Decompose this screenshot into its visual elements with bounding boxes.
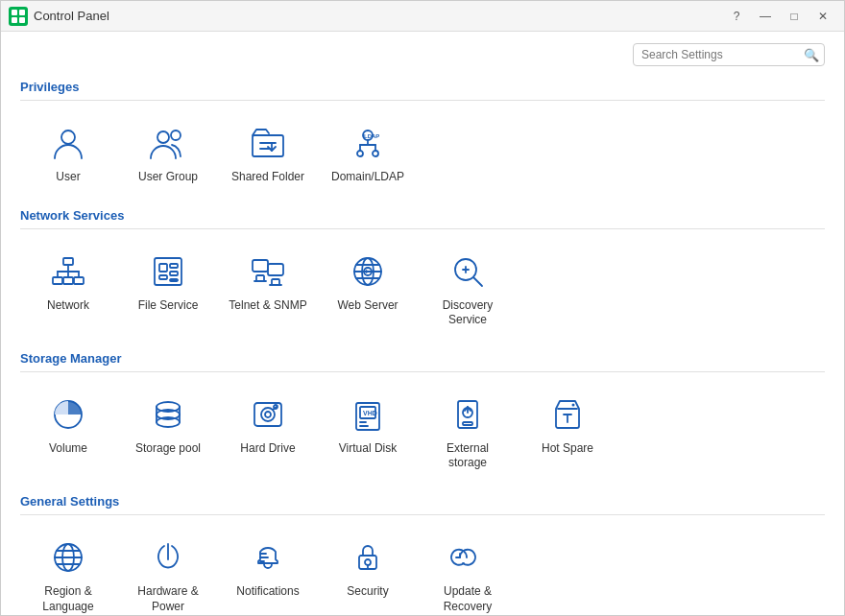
section-label-general-settings: General Settings	[20, 494, 825, 509]
svg-point-6	[157, 131, 169, 143]
network-icon	[47, 250, 89, 293]
item-virtual-disk-label: Virtual Disk	[339, 441, 397, 457]
item-discovery-service[interactable]: Discovery Service	[420, 241, 516, 338]
item-telnet-snmp-label: Telnet & SNMP	[229, 298, 306, 314]
volume-icon	[47, 393, 89, 436]
svg-point-5	[61, 130, 75, 144]
item-web-server[interactable]: Web Server	[320, 241, 416, 338]
titlebar: Control Panel ? — □ ✕	[1, 1, 844, 32]
svg-rect-22	[74, 277, 84, 284]
svg-rect-31	[170, 264, 178, 268]
svg-rect-0	[9, 7, 28, 26]
search-icon: 🔍	[804, 48, 819, 62]
item-update-recovery[interactable]: Update & Recovery	[420, 527, 516, 616]
section-grid-privileges: User User Group Shared Folder	[20, 112, 825, 195]
section-label-network-services: Network Services	[20, 208, 825, 223]
section-divider-network-services	[20, 228, 825, 229]
item-hot-spare[interactable]: Hot Spare	[519, 384, 616, 481]
storage-pool-icon	[147, 393, 189, 436]
close-button[interactable]: ✕	[809, 6, 836, 27]
item-user-group-label: User Group	[138, 170, 198, 185]
item-user-group[interactable]: User Group	[120, 112, 216, 195]
minimize-button[interactable]: —	[752, 6, 779, 27]
svg-rect-66	[458, 401, 477, 428]
svg-rect-32	[170, 272, 178, 275]
svg-point-73	[572, 403, 575, 406]
section-grid-network-services: Network File Service Telnet &	[20, 241, 825, 338]
item-network-label: Network	[47, 298, 89, 314]
item-file-service[interactable]: File Service	[120, 241, 216, 338]
item-storage-pool[interactable]: Storage pool	[120, 384, 216, 481]
item-hardware-power[interactable]: Hardware & Power	[120, 527, 216, 616]
svg-text:VHD: VHD	[363, 410, 377, 416]
svg-text:LDAP: LDAP	[364, 133, 379, 139]
hardware-power-icon	[147, 536, 189, 579]
item-external-storage[interactable]: External storage	[420, 384, 516, 481]
user-icon	[47, 122, 89, 164]
item-security-label: Security	[347, 584, 388, 600]
item-hard-drive-label: Hard Drive	[240, 441, 295, 457]
item-notifications-label: Notifications	[236, 584, 299, 600]
item-region-language-label: Region & Language	[28, 584, 109, 614]
svg-point-17	[373, 151, 378, 156]
item-telnet-snmp[interactable]: Telnet & SNMP	[220, 241, 316, 338]
item-update-recovery-label: Update & Recovery	[427, 584, 508, 614]
svg-rect-69	[463, 422, 472, 425]
search-bar-row: 🔍	[20, 43, 825, 66]
svg-rect-1	[12, 10, 17, 15]
update-recovery-icon	[447, 536, 489, 579]
svg-rect-29	[159, 264, 167, 272]
shared-folder-icon	[247, 122, 289, 164]
titlebar-buttons: ? — □ ✕	[723, 6, 836, 27]
section-grid-storage-manager: Volume Storage pool Hard Drive	[20, 384, 825, 481]
item-hardware-power-label: Hardware & Power	[128, 584, 208, 614]
maximize-button[interactable]: □	[781, 6, 808, 27]
discovery-service-icon	[447, 250, 489, 293]
svg-rect-34	[253, 260, 268, 272]
item-domain-ldap-label: Domain/LDAP	[331, 170, 404, 185]
notifications-icon	[247, 536, 289, 579]
item-hard-drive[interactable]: Hard Drive	[220, 384, 316, 481]
app-logo-icon	[9, 7, 28, 26]
svg-rect-8	[253, 135, 283, 156]
domain-ldap-icon: LDAP	[347, 122, 389, 164]
svg-rect-21	[63, 277, 73, 284]
svg-rect-20	[53, 277, 62, 284]
item-shared-folder[interactable]: Shared Folder	[220, 112, 316, 195]
item-storage-pool-label: Storage pool	[135, 441, 201, 457]
svg-line-45	[473, 277, 482, 286]
svg-rect-30	[159, 275, 167, 279]
hot-spare-icon	[546, 393, 589, 436]
svg-rect-37	[268, 264, 283, 275]
search-input[interactable]	[633, 43, 825, 66]
item-region-language[interactable]: Region & Language	[20, 527, 116, 616]
virtual-disk-icon: VHD	[347, 393, 389, 436]
item-virtual-disk[interactable]: VHD Virtual Disk	[320, 384, 416, 481]
external-storage-icon	[447, 393, 489, 436]
section-divider-storage-manager	[20, 371, 825, 372]
item-security[interactable]: Security	[320, 527, 416, 616]
help-button[interactable]: ?	[723, 6, 750, 27]
window-title: Control Panel	[34, 9, 109, 23]
item-file-service-label: File Service	[138, 298, 199, 314]
item-volume-label: Volume	[49, 441, 87, 457]
region-language-icon	[47, 536, 89, 579]
svg-point-7	[171, 130, 181, 140]
security-icon	[347, 536, 389, 579]
svg-point-16	[357, 151, 363, 156]
section-label-privileges: Privileges	[20, 80, 825, 94]
svg-rect-3	[12, 17, 17, 23]
section-divider-privileges	[20, 100, 825, 101]
search-box: 🔍	[633, 43, 825, 66]
item-network[interactable]: Network	[20, 241, 116, 338]
item-volume[interactable]: Volume	[20, 384, 116, 481]
item-hot-spare-label: Hot Spare	[542, 441, 593, 457]
item-notifications[interactable]: Notifications	[220, 527, 316, 616]
hard-drive-icon	[247, 393, 289, 436]
item-domain-ldap[interactable]: LDAP Domain/LDAP	[320, 112, 416, 195]
item-user[interactable]: User	[20, 112, 116, 195]
svg-rect-2	[19, 10, 25, 15]
item-discovery-service-label: Discovery Service	[427, 298, 508, 328]
item-user-label: User	[56, 170, 80, 185]
svg-point-82	[365, 559, 371, 565]
